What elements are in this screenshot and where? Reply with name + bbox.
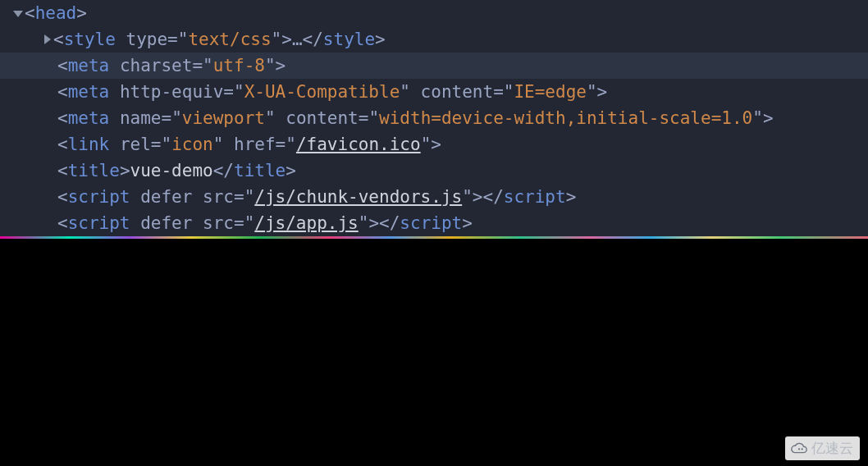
token-punct: " [203,56,213,75]
token-punct: " [504,82,514,102]
token-punct: " [286,135,296,154]
token-tag: style [323,30,375,49]
token-punct [109,135,120,154]
token-punct: > [431,135,441,154]
svg-point-1 [798,448,800,450]
token-tag: style [64,30,116,49]
token-punct: " [368,108,379,128]
code-line[interactable]: <title>vue-demo</title> [0,158,868,184]
token-ellipsis: … [292,30,303,49]
token-punct: " [234,82,244,102]
code-line[interactable]: <meta http-equiv="X-UA-Compatible" conte… [0,79,868,105]
token-punct: < [57,56,68,75]
token-attr-name: defer [140,187,192,207]
token-attr-name: src [203,187,234,207]
token-tag: script [68,213,130,233]
token-punct: = [359,108,369,128]
token-punct: " [400,82,410,102]
code-line[interactable]: <meta charset="utf-8"> [0,53,868,79]
token-punct: " [265,108,276,128]
token-punct: = [493,82,504,102]
token-punct: < [57,135,68,154]
token-punct: " [752,108,763,128]
code-line[interactable]: <meta name="viewport" content="width=dev… [0,105,868,131]
token-punct: > [473,187,483,207]
token-punct [276,108,286,128]
token-attr-name: charset [120,56,193,75]
devtools-elements-panel[interactable]: <head><style type="text/css">…</style><m… [0,0,868,236]
svg-point-0 [802,448,803,450]
token-punct: = [234,187,244,207]
token-punct: > [597,82,608,102]
expand-collapse-right-icon[interactable] [44,34,51,44]
token-punct: > [462,213,473,233]
token-punct: < [57,108,68,128]
token-punct: = [223,82,234,102]
token-attr-name: name [120,108,162,128]
token-tag: title [68,161,120,180]
token-punct: > [76,3,87,23]
token-punct: > [375,30,386,49]
token-punct: < [57,187,68,207]
token-punct: > [276,56,286,75]
token-link: /js/chunk-vendors.js [254,187,462,207]
token-attr-name: http-equiv [120,82,223,102]
token-attr-value: IE=edge [514,82,587,102]
token-punct: </ [213,161,234,180]
token-tag: title [234,161,286,180]
token-punct [130,213,141,233]
token-punct: = [167,30,178,49]
token-tag: meta [68,108,110,128]
token-punct: </ [482,187,503,207]
watermark-text: 亿速云 [811,439,853,458]
token-attr-name: defer [140,213,192,233]
token-punct: < [53,30,64,49]
token-punct: " [171,108,182,128]
token-punct: = [192,56,203,75]
code-line[interactable]: <head> [0,0,868,26]
code-line[interactable]: <script defer src="/js/app.js"></script> [0,210,868,236]
token-punct [130,187,141,207]
token-punct: " [161,135,171,154]
token-punct: " [421,135,432,154]
token-punct: < [25,3,35,23]
token-punct: > [281,30,292,49]
code-line[interactable]: <link rel="icon" href="/favicon.ico"> [0,131,868,158]
token-punct: " [178,30,189,49]
token-attr-value: text/css [188,30,271,49]
token-tag: meta [68,82,110,102]
code-line[interactable]: <script defer src="/js/chunk-vendors.js"… [0,184,868,210]
token-punct: " [244,187,255,207]
token-punct [223,135,234,154]
token-punct: " [265,56,276,75]
token-punct: > [120,161,130,180]
token-punct: </ [303,30,323,49]
token-punct: < [57,213,68,233]
token-attr-value: utf-8 [213,56,265,75]
token-link: /js/app.js [254,213,358,233]
token-punct: </ [379,213,400,233]
token-tag: head [35,3,77,23]
token-punct: > [763,108,774,128]
token-punct [116,30,126,49]
code-line[interactable]: <style type="text/css">…</style> [0,26,868,53]
token-punct: = [234,213,244,233]
token-punct: " [272,30,282,49]
token-punct [192,213,203,233]
token-attr-value: X-UA-Compatible [244,82,400,102]
token-punct: " [213,135,224,154]
token-punct [109,82,120,102]
token-punct [109,56,120,75]
token-punct: > [566,187,577,207]
token-attr-value: width=device-width,initial-scale=1.0 [379,108,752,128]
watermark-badge: 亿速云 [785,436,860,460]
token-tag: meta [68,56,110,75]
token-punct: = [161,108,171,128]
token-punct: " [359,213,369,233]
token-text-content: vue-demo [130,161,213,180]
token-attr-name: type [126,30,168,49]
token-punct [192,187,203,207]
token-attr-name: content [286,108,359,128]
expand-collapse-down-icon[interactable] [13,11,23,17]
token-tag: link [68,135,110,154]
